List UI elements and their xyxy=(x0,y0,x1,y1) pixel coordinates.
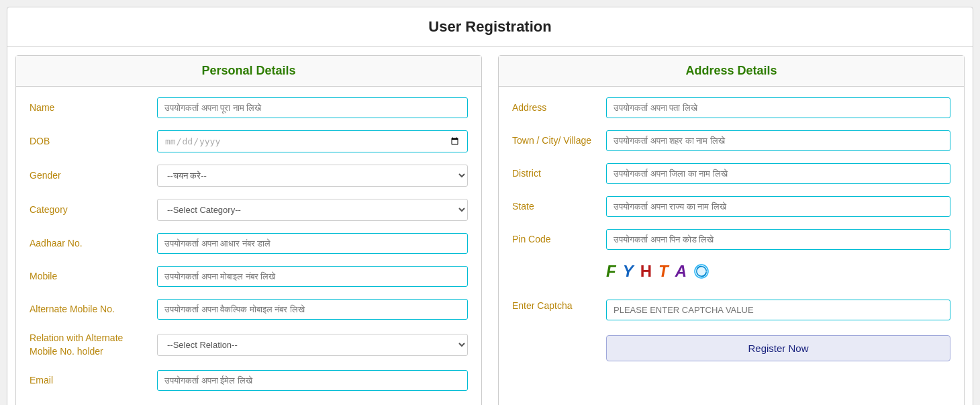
relation-select[interactable]: --Select Relation-- Father Mother Spouse… xyxy=(157,334,468,356)
address-details-section: Address Details Address Town / City/ Vil… xyxy=(498,55,965,405)
aadhaar-label: Aadhaar No. xyxy=(30,237,157,251)
aadhaar-input[interactable] xyxy=(157,233,468,254)
dob-label: DOB xyxy=(30,135,157,148)
captcha-char-F: F xyxy=(606,262,618,281)
district-input[interactable] xyxy=(606,163,950,184)
town-field xyxy=(606,130,950,151)
register-row: Register Now xyxy=(512,332,950,361)
relation-label: Relation with Alternate Mobile No. holde… xyxy=(30,332,157,358)
captcha-char-T: T xyxy=(658,262,670,281)
register-button[interactable]: Register Now xyxy=(606,335,950,361)
gender-label: Gender xyxy=(30,169,157,183)
category-row: Category --Select Category-- General OBC… xyxy=(30,199,468,221)
relation-row: Relation with Alternate Mobile No. holde… xyxy=(30,332,468,358)
district-row: District xyxy=(512,163,950,184)
state-row: State xyxy=(512,196,950,217)
dob-row: DOB xyxy=(30,130,468,152)
email-input[interactable] xyxy=(157,370,468,391)
dob-input[interactable] xyxy=(157,130,468,152)
state-field xyxy=(606,196,950,217)
category-select[interactable]: --Select Category-- General OBC SC ST xyxy=(157,199,468,221)
relation-field: --Select Relation-- Father Mother Spouse… xyxy=(157,334,468,356)
category-field: --Select Category-- General OBC SC ST xyxy=(157,199,468,221)
name-label: Name xyxy=(30,101,157,115)
pincode-input[interactable] xyxy=(606,229,950,250)
dob-field xyxy=(157,130,468,152)
mobile-field xyxy=(157,266,468,287)
gender-field: --चयन करे-- Male Female Other xyxy=(157,165,468,187)
captcha-display: F Y H T A xyxy=(606,262,950,281)
email-row: Email xyxy=(30,370,468,391)
captcha-char-H: H xyxy=(640,262,653,281)
captcha-image-area: F Y H T A xyxy=(606,262,950,287)
alt-mobile-row: Alternate Mobile No. xyxy=(30,299,468,320)
district-field xyxy=(606,163,950,184)
mobile-row: Mobile xyxy=(30,266,468,287)
state-label: State xyxy=(512,200,606,214)
gender-select[interactable]: --चयन करे-- Male Female Other xyxy=(157,165,468,187)
address-field xyxy=(606,97,950,118)
email-field xyxy=(157,370,468,391)
name-input[interactable] xyxy=(157,97,468,118)
name-row: Name xyxy=(30,97,468,118)
address-row: Address xyxy=(512,97,950,118)
name-field xyxy=(157,97,468,118)
pincode-field xyxy=(606,229,950,250)
pincode-row: Pin Code xyxy=(512,229,950,250)
captcha-input-field xyxy=(606,300,950,320)
email-label: Email xyxy=(30,374,157,388)
register-field: Register Now xyxy=(606,332,950,361)
personal-details-header: Personal Details xyxy=(16,56,481,87)
town-row: Town / City/ Village xyxy=(512,130,950,151)
captcha-image-row: F Y H T A xyxy=(512,262,950,287)
captcha-refresh-icon[interactable] xyxy=(693,263,709,279)
captcha-input-row: Enter Captcha xyxy=(512,300,950,320)
address-label: Address xyxy=(512,101,606,115)
captcha-input[interactable] xyxy=(606,300,950,320)
aadhaar-row: Aadhaar No. xyxy=(30,233,468,254)
page-title: User Registration xyxy=(7,7,973,47)
captcha-char-A: A xyxy=(675,262,688,281)
captcha-char-Y: Y xyxy=(623,262,635,281)
alt-mobile-label: Alternate Mobile No. xyxy=(30,303,157,316)
town-input[interactable] xyxy=(606,130,950,151)
alt-mobile-field xyxy=(157,299,468,320)
personal-details-section: Personal Details Name DOB xyxy=(15,55,482,405)
state-input[interactable] xyxy=(606,196,950,217)
mobile-label: Mobile xyxy=(30,270,157,283)
category-label: Category xyxy=(30,204,157,217)
captcha-input-label: Enter Captcha xyxy=(512,300,606,313)
alt-mobile-input[interactable] xyxy=(157,299,468,320)
pincode-label: Pin Code xyxy=(512,233,606,246)
aadhaar-field xyxy=(157,233,468,254)
town-label: Town / City/ Village xyxy=(512,134,606,148)
address-details-header: Address Details xyxy=(499,56,964,87)
gender-row: Gender --चयन करे-- Male Female Other xyxy=(30,165,468,187)
district-label: District xyxy=(512,167,606,181)
address-input[interactable] xyxy=(606,97,950,118)
mobile-input[interactable] xyxy=(157,266,468,287)
